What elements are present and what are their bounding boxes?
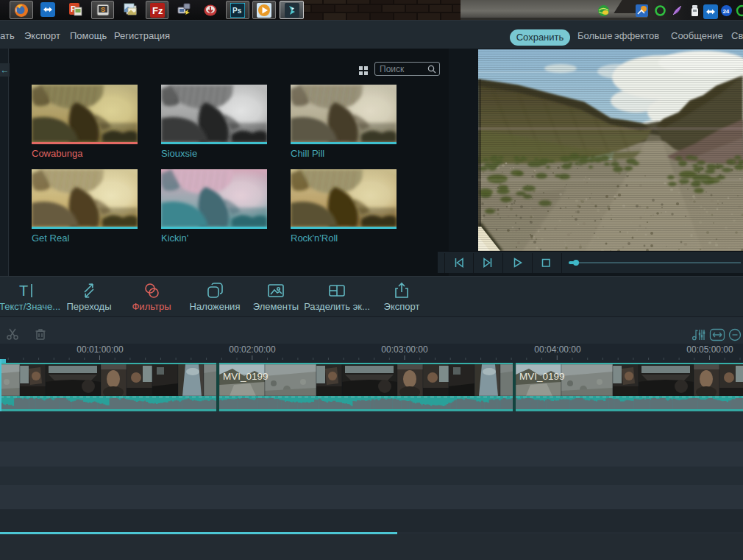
svg-text:T: T <box>19 283 28 299</box>
svg-text:Fz: Fz <box>152 5 163 16</box>
svg-text:24: 24 <box>722 8 729 15</box>
svg-text:Ps: Ps <box>232 7 242 15</box>
svg-text:S: S <box>101 6 105 13</box>
svg-text:MVI_0199: MVI_0199 <box>223 371 269 382</box>
svg-text:MVI_0199: MVI_0199 <box>519 371 565 382</box>
